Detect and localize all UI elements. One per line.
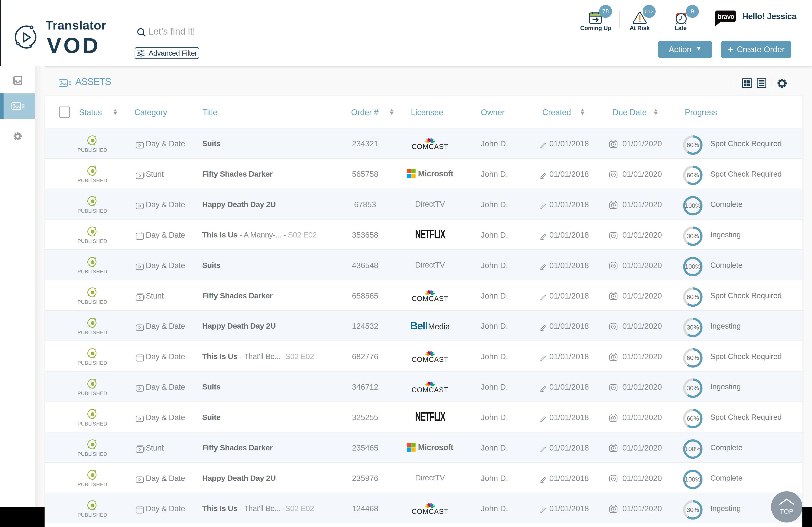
svg-text:60%: 60% <box>687 172 699 179</box>
svg-text:100%: 100% <box>685 263 701 270</box>
svg-text:60%: 60% <box>687 354 699 361</box>
svg-text:30%: 30% <box>687 506 699 513</box>
svg-text:NETFLIX: NETFLIX <box>415 229 446 240</box>
svg-text:100%: 100% <box>685 476 701 483</box>
svg-text:100%: 100% <box>685 202 701 209</box>
svg-text:bravo: bravo <box>717 13 734 20</box>
svg-text:100%: 100% <box>685 445 701 452</box>
svg-text:30%: 30% <box>687 324 699 331</box>
svg-text:30%: 30% <box>687 233 699 240</box>
svg-text:30%: 30% <box>687 385 699 392</box>
svg-text:60%: 60% <box>687 142 699 148</box>
svg-text:60%: 60% <box>687 415 699 422</box>
svg-text:60%: 60% <box>687 293 699 301</box>
svg-text:NETFLIX: NETFLIX <box>415 412 446 422</box>
